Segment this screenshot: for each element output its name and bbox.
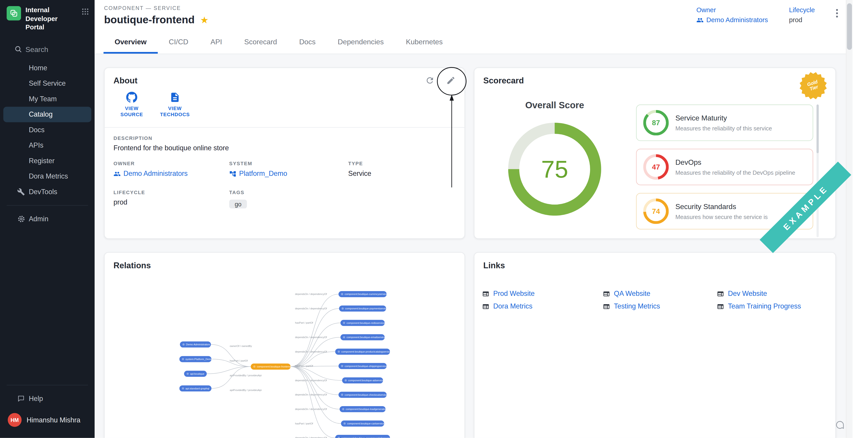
- wrench-icon: [17, 188, 25, 196]
- group-icon: [114, 170, 121, 177]
- page-title: boutique-frontend: [104, 14, 195, 26]
- sidebar-item-my-team[interactable]: My Team: [3, 91, 91, 106]
- portal-logo-icon[interactable]: [6, 6, 21, 21]
- tab-dependencies[interactable]: Dependencies: [327, 30, 395, 54]
- svg-text:component:boutique-paymentserv: component:boutique-paymentservice: [345, 307, 388, 310]
- tabs: OverviewCI/CDAPIScorecardDocsDependencie…: [95, 30, 852, 54]
- relation-node-component-boutique-currencyservice[interactable]: component:boutique-currencyservice: [339, 291, 387, 297]
- sidebar-item-docs[interactable]: Docs: [3, 122, 91, 138]
- tab-kubernetes[interactable]: Kubernetes: [395, 30, 454, 54]
- kebab-menu-icon[interactable]: [836, 6, 838, 18]
- entity-header: COMPONENT — SERVICE boutique-frontend ★ …: [95, 0, 852, 30]
- relation-node-component-boutique-frontend[interactable]: component:boutique-frontend: [251, 364, 291, 370]
- sidebar-item-admin[interactable]: Admin: [3, 211, 91, 227]
- scorecard-title: Scorecard: [474, 68, 835, 85]
- relation-node-component-boutique-checkoutservice[interactable]: component:boutique-checkoutservice: [339, 392, 388, 398]
- web-icon: [603, 303, 610, 310]
- link-dora-metrics[interactable]: Dora Metrics: [482, 302, 603, 310]
- system-link[interactable]: Platform_Demo: [229, 170, 287, 177]
- search-icon: [14, 45, 22, 53]
- about-card: About: [104, 67, 465, 239]
- svg-text:dependsOn / dependencyOf: dependsOn / dependencyOf: [295, 408, 327, 410]
- sidebar-item-home[interactable]: Home: [3, 60, 91, 76]
- relations-graph[interactable]: dependsOn / dependencyOfdependsOn / depe…: [104, 275, 465, 438]
- sidebar-item-register[interactable]: Register: [3, 153, 91, 169]
- relation-node-api-boutique[interactable]: api:boutique: [184, 371, 207, 377]
- web-icon: [717, 303, 724, 310]
- svg-text:74: 74: [652, 207, 660, 215]
- relation-node-component-boutique-adservice[interactable]: component:boutique-adservice: [342, 377, 384, 383]
- chat-bubble-icon[interactable]: [834, 420, 845, 430]
- tree-icon: [229, 170, 237, 177]
- svg-text:component:boutique-checkoutser: component:boutique-checkoutservice: [345, 394, 388, 396]
- divider: [6, 385, 88, 385]
- sidebar-item-label: Docs: [29, 126, 44, 134]
- owner-link[interactable]: Demo Administrators: [114, 170, 188, 177]
- relation-node-demo-administrators[interactable]: Demo Administrators: [180, 341, 211, 347]
- user-profile[interactable]: HM Himanshu Mishra: [0, 407, 95, 435]
- view-source-button[interactable]: VIEW SOURCE: [114, 92, 150, 118]
- lifecycle-label: LIFECYCLE: [114, 190, 229, 195]
- sidebar-item-label: Help: [29, 395, 43, 403]
- system-label: SYSTEM: [229, 161, 348, 166]
- sidebar-item-apis[interactable]: APIs: [3, 138, 91, 153]
- refresh-icon[interactable]: [421, 72, 438, 88]
- scorecard-item-service-maturity[interactable]: 87Service MaturityMeasures the reliabili…: [636, 104, 813, 141]
- relation-node-component-boutique-shippingservice[interactable]: component:boutique-shippingservice: [339, 363, 387, 369]
- link-prod-website[interactable]: Prod Website: [482, 290, 603, 297]
- tab-api[interactable]: API: [199, 30, 233, 54]
- scorecard-item-title: Security Standards: [676, 202, 768, 211]
- lifecycle-group: Lifecycle prod: [789, 6, 815, 24]
- svg-text:75: 75: [541, 156, 568, 183]
- relations-card: Relations dependsOn / dependencyOfdepend…: [104, 252, 465, 438]
- relation-node-system-platform-demo[interactable]: system:Platform_Demo: [180, 356, 213, 362]
- relation-node-component-boutique-loadgenerator[interactable]: component:boutique-loadgenerator: [340, 406, 386, 412]
- relation-node-component-boutique-cartservice[interactable]: component:boutique-cartservice: [341, 420, 384, 427]
- view-techdocs-button[interactable]: VIEW TECHDOCS: [157, 92, 193, 118]
- tag-chip[interactable]: go: [229, 199, 247, 208]
- web-icon: [603, 290, 610, 297]
- gold-tier-badge: GoldTier: [799, 71, 828, 100]
- link-testing-metrics[interactable]: Testing Metrics: [603, 302, 717, 310]
- tab-ci-cd[interactable]: CI/CD: [158, 30, 199, 54]
- github-icon: [126, 92, 137, 103]
- owner-label: Owner: [696, 6, 768, 14]
- sidebar-item-label: Self Service: [29, 79, 66, 87]
- star-icon[interactable]: ★: [200, 15, 209, 25]
- sidebar-item-self-service[interactable]: Self Service: [3, 76, 91, 91]
- owner-group: Owner Demo Administrators: [696, 6, 768, 24]
- tab-overview[interactable]: Overview: [103, 30, 157, 54]
- sidebar-item-devtools[interactable]: DevTools: [3, 184, 91, 200]
- link-dev-website[interactable]: Dev Website: [717, 290, 826, 297]
- link-qa-website[interactable]: QA Website: [603, 290, 717, 297]
- gear-icon: [17, 215, 26, 223]
- scorecard-item-devops[interactable]: 47DevOpsMeasures the reliability of the …: [636, 149, 813, 185]
- relation-node-component-boutique-redisservice[interactable]: component:boutique-redisservice: [341, 320, 385, 326]
- page-scrollbar-thumb[interactable]: [847, 3, 852, 50]
- links-card: Links Prod WebsiteQA WebsiteDev WebsiteD…: [474, 252, 836, 438]
- link-team-training-progress[interactable]: Team Training Progress: [717, 302, 826, 310]
- scorecard-scrollbar-thumb[interactable]: [816, 104, 819, 153]
- relation-node-component-boutique-paymentservice[interactable]: component:boutique-paymentservice: [339, 306, 388, 312]
- sidebar-item-help[interactable]: Help: [3, 391, 91, 407]
- app-root: Internal Developer Portal Search HomeSel…: [0, 0, 868, 438]
- relation-node-api-standard-graphql[interactable]: api:standard-graphql: [180, 385, 212, 392]
- grid-icon[interactable]: [82, 6, 89, 15]
- svg-text:dependsOn / dependencyOf: dependsOn / dependencyOf: [295, 393, 327, 396]
- score-ring: 87: [643, 110, 669, 136]
- links-title: Links: [474, 253, 835, 270]
- user-name: Himanshu Mishra: [27, 416, 80, 424]
- edit-icon[interactable]: [442, 72, 459, 88]
- relation-node-component-boutique-emailservice[interactable]: component:boutique-emailservice: [341, 334, 385, 340]
- relation-node-component-boutique-recommendationservice[interactable]: component:boutique-recommendationservice: [335, 435, 393, 438]
- sidebar-item-dora-metrics[interactable]: Dora Metrics: [3, 169, 91, 184]
- owner-link[interactable]: Demo Administrators: [696, 16, 768, 24]
- description-value: Frontend for the boutique online store: [114, 144, 456, 151]
- sidebar-search[interactable]: Search: [0, 41, 95, 58]
- app-title: Internal Developer Portal: [26, 6, 72, 32]
- relation-node-component-boutique-productcatalogservice[interactable]: component:boutique-productcatalogservice: [335, 348, 391, 355]
- tab-docs[interactable]: Docs: [288, 30, 327, 54]
- tab-scorecard[interactable]: Scorecard: [233, 30, 288, 54]
- sidebar-item-catalog[interactable]: Catalog: [3, 107, 91, 122]
- page-scrollbar[interactable]: [846, 0, 852, 438]
